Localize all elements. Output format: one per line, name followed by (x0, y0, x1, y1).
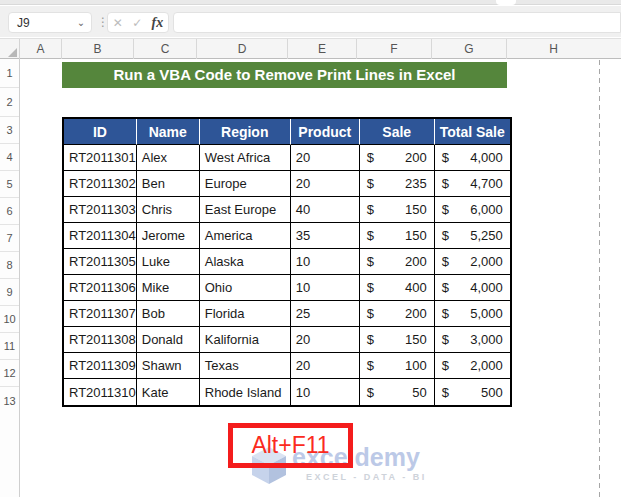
cell-id[interactable]: RT2011303 (64, 197, 137, 223)
col-header-h[interactable]: H (507, 39, 600, 59)
formula-input[interactable] (173, 12, 621, 33)
cell-name[interactable]: Mike (137, 275, 200, 301)
cell-sale[interactable]: $100 (360, 353, 435, 379)
cell-product[interactable]: 10 (291, 275, 360, 301)
cell-product[interactable]: 35 (291, 223, 360, 249)
row-header-10[interactable]: 10 (0, 306, 19, 333)
cell-region[interactable]: Ohio (200, 275, 291, 301)
cell-total[interactable]: $2,000 (435, 249, 510, 275)
cell-id[interactable]: RT2011305 (64, 249, 137, 275)
cell-sale[interactable]: $200 (360, 145, 435, 171)
cell-region[interactable]: Kalifornia (200, 327, 291, 353)
cell-name[interactable]: Donald (137, 327, 200, 353)
fx-icon[interactable]: fx (152, 15, 164, 31)
col-header-f[interactable]: F (357, 39, 432, 59)
header-name[interactable]: Name (137, 119, 200, 145)
cell-product[interactable]: 10 (291, 379, 360, 405)
cell-total[interactable]: $4,000 (435, 145, 510, 171)
row-header-3[interactable]: 3 (0, 117, 19, 144)
row-header-11[interactable]: 11 (0, 333, 19, 360)
name-box-value[interactable]: J9 (9, 16, 71, 30)
cell-id[interactable]: RT2011310 (64, 379, 137, 405)
cell-total[interactable]: $4,000 (435, 275, 510, 301)
col-header-b[interactable]: B (62, 39, 134, 59)
cell-name[interactable]: Chris (137, 197, 200, 223)
cell-region[interactable]: Florida (200, 301, 291, 327)
ribbon-bottom-edge (0, 0, 621, 5)
header-product[interactable]: Product (291, 119, 360, 145)
row-header-8[interactable]: 8 (0, 252, 19, 279)
cell-total[interactable]: $500 (435, 379, 510, 405)
cell-name[interactable]: Ben (137, 171, 200, 197)
cell-id[interactable]: RT2011309 (64, 353, 137, 379)
cell-total[interactable]: $5,000 (435, 301, 510, 327)
cell-id[interactable]: RT2011307 (64, 301, 137, 327)
cell-total[interactable]: $3,000 (435, 327, 510, 353)
cell-product[interactable]: 20 (291, 171, 360, 197)
row-header-1[interactable]: 1 (0, 59, 19, 88)
row-header-2[interactable]: 2 (0, 88, 19, 117)
name-box[interactable]: J9 ⌄ (8, 12, 92, 33)
cell-total[interactable]: $5,250 (435, 223, 510, 249)
cell-name[interactable]: Shawn (137, 353, 200, 379)
cell-name[interactable]: Jerome (137, 223, 200, 249)
cell-region[interactable]: East Europe (200, 197, 291, 223)
table-row: RT2011306 Mike Ohio 10 $400 $4,000 (64, 275, 510, 301)
shortcut-callout-box: Alt+F11 (228, 423, 353, 468)
row-header-5[interactable]: 5 (0, 171, 19, 198)
col-header-a[interactable]: A (20, 39, 62, 59)
cell-id[interactable]: RT2011306 (64, 275, 137, 301)
cell-product[interactable]: 20 (291, 145, 360, 171)
cell-name[interactable]: Kate (137, 379, 200, 405)
cell-sale[interactable]: $235 (360, 171, 435, 197)
cell-sale[interactable]: $400 (360, 275, 435, 301)
cell-id[interactable]: RT2011304 (64, 223, 137, 249)
header-id[interactable]: ID (64, 119, 137, 145)
cell-sale[interactable]: $150 (360, 327, 435, 353)
cell-id[interactable]: RT2011308 (64, 327, 137, 353)
cell-sale[interactable]: $50 (360, 379, 435, 405)
cell-id[interactable]: RT2011302 (64, 171, 137, 197)
row-header-12[interactable]: 12 (0, 360, 19, 387)
header-total[interactable]: Total Sale (435, 119, 510, 145)
cell-total[interactable]: $4,700 (435, 171, 510, 197)
cell-product[interactable]: 20 (291, 353, 360, 379)
cell-product[interactable]: 25 (291, 301, 360, 327)
col-header-e[interactable]: E (288, 39, 357, 59)
row-header-7[interactable]: 7 (0, 225, 19, 252)
cell-region[interactable]: Europe (200, 171, 291, 197)
header-sale[interactable]: Sale (360, 119, 435, 145)
cell-id[interactable]: RT2011301 (64, 145, 137, 171)
cell-region[interactable]: America (200, 223, 291, 249)
cell-region[interactable]: West Africa (200, 145, 291, 171)
cell-name[interactable]: Alex (137, 145, 200, 171)
chevron-down-icon[interactable]: ⌄ (71, 17, 91, 28)
cell-name[interactable]: Bob (137, 301, 200, 327)
cell-product[interactable]: 10 (291, 249, 360, 275)
enter-icon[interactable]: ✓ (132, 16, 142, 30)
row-header-6[interactable]: 6 (0, 198, 19, 225)
cell-product[interactable]: 20 (291, 327, 360, 353)
cell-region[interactable]: Alaska (200, 249, 291, 275)
cancel-icon[interactable]: ✕ (113, 16, 123, 30)
table-row: RT2011308 Donald Kalifornia 20 $150 $3,0… (64, 327, 510, 353)
row-header-9[interactable]: 9 (0, 279, 19, 306)
cell-region[interactable]: Rhode Island (200, 379, 291, 405)
cell-sale[interactable]: $150 (360, 223, 435, 249)
cell-name[interactable]: Luke (137, 249, 200, 275)
row-header-13[interactable]: 13 (0, 387, 19, 414)
cell-total[interactable]: $2,000 (435, 353, 510, 379)
cell-sale[interactable]: $200 (360, 301, 435, 327)
cell-sale[interactable]: $150 (360, 197, 435, 223)
title-banner[interactable]: Run a VBA Code to Remove Print Lines in … (62, 62, 507, 88)
cell-sale[interactable]: $200 (360, 249, 435, 275)
cell-product[interactable]: 40 (291, 197, 360, 223)
select-all-corner[interactable] (0, 39, 20, 59)
col-header-c[interactable]: C (134, 39, 197, 59)
col-header-d[interactable]: D (197, 39, 288, 59)
col-header-g[interactable]: G (432, 39, 507, 59)
header-region[interactable]: Region (200, 119, 291, 145)
cell-total[interactable]: $6,000 (435, 197, 510, 223)
cell-region[interactable]: Texas (200, 353, 291, 379)
row-header-4[interactable]: 4 (0, 144, 19, 171)
